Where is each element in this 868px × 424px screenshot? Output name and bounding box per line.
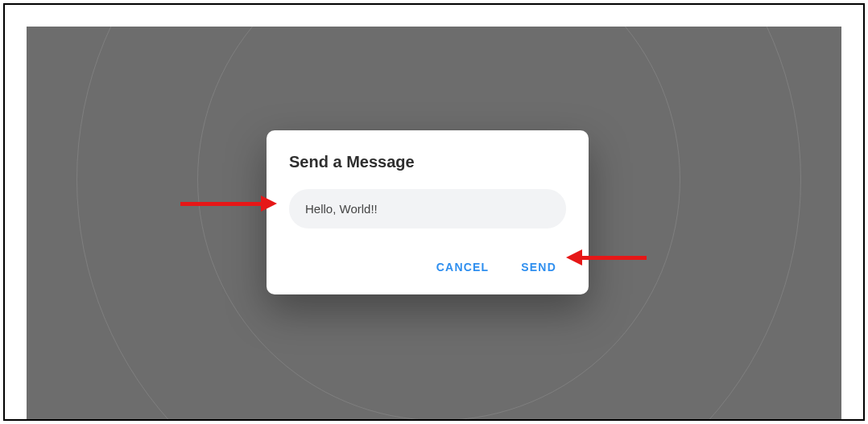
cancel-button[interactable]: CANCEL: [433, 254, 493, 280]
message-input[interactable]: [289, 189, 566, 228]
screenshot-frame: Send a Message CANCEL SEND: [3, 3, 865, 421]
send-message-dialog: Send a Message CANCEL SEND: [267, 130, 589, 294]
dialog-title: Send a Message: [289, 153, 566, 171]
send-button[interactable]: SEND: [518, 254, 560, 280]
dialog-actions: CANCEL SEND: [289, 254, 566, 280]
